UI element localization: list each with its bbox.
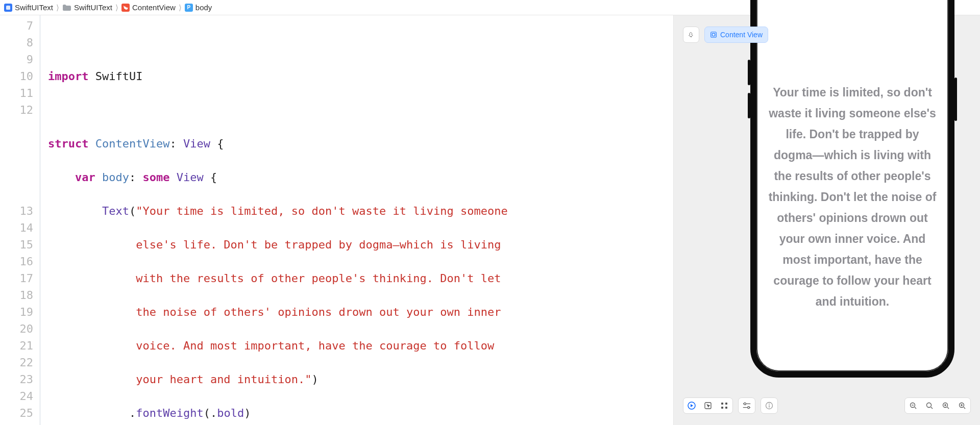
device-settings-button[interactable]	[739, 398, 755, 413]
svg-point-17	[769, 404, 770, 405]
line-number: 20	[0, 320, 33, 337]
power-button	[954, 78, 957, 121]
play-icon	[688, 402, 696, 410]
selectable-preview-button[interactable]	[700, 398, 716, 413]
svg-rect-18	[769, 405, 769, 408]
line-number: 12	[0, 102, 33, 118]
breadcrumb-group[interactable]: SwiftUIText	[62, 3, 112, 12]
zoom-fit-icon	[942, 402, 950, 410]
line-number	[0, 118, 33, 135]
preview-chip-icon	[710, 31, 717, 38]
line-number: 7	[0, 17, 33, 34]
workspace: 7 8 9 10 11 12 13 14 15 16 17 18 19 20 2…	[0, 15, 980, 425]
line-number: 26	[0, 421, 33, 425]
line-number: 11	[0, 85, 33, 102]
device-settings-group	[738, 397, 755, 414]
breadcrumb-project[interactable]: SwiftUIText	[4, 3, 53, 12]
chevron-right-icon: ⟩	[114, 3, 119, 12]
breadcrumb-project-label: SwiftUIText	[15, 3, 53, 12]
device-frame: Your time is limited, so don't waste it …	[750, 0, 954, 378]
volume-down-button	[748, 93, 750, 118]
preview-mode-group	[683, 397, 733, 414]
line-number: 17	[0, 270, 33, 287]
preview-tab-label: Content View	[720, 31, 763, 39]
inspect-group	[761, 397, 778, 414]
volume-up-button	[748, 60, 750, 85]
svg-line-23	[931, 407, 933, 409]
svg-point-22	[927, 403, 932, 408]
svg-rect-7	[725, 403, 727, 405]
line-number: 25	[0, 405, 33, 421]
zoom-in-icon	[958, 402, 966, 410]
folder-icon	[62, 4, 71, 11]
line-number: 15	[0, 236, 33, 253]
breadcrumb-symbol[interactable]: P body	[185, 3, 212, 12]
chevron-right-icon: ⟩	[178, 3, 183, 12]
preview-bottom-left-toolbar	[683, 397, 778, 414]
line-number: 10	[0, 68, 33, 85]
zoom-out-icon	[909, 402, 917, 410]
svg-rect-6	[721, 403, 723, 405]
swift-file-icon	[121, 4, 130, 12]
line-number	[0, 152, 33, 169]
zoom-in-button[interactable]	[954, 398, 970, 413]
line-number: 16	[0, 253, 33, 270]
preview-tab[interactable]: Content View	[704, 27, 768, 43]
svg-line-25	[947, 407, 949, 409]
line-number: 22	[0, 354, 33, 371]
inspect-button[interactable]	[761, 398, 777, 413]
line-number: 18	[0, 287, 33, 304]
svg-line-29	[964, 407, 965, 409]
variants-preview-button[interactable]	[716, 398, 732, 413]
svg-point-10	[744, 403, 746, 405]
preview-text: Your time is limited, so don't waste it …	[756, 60, 948, 335]
line-number	[0, 169, 33, 186]
line-number: 19	[0, 304, 33, 320]
pin-preview-button[interactable]	[683, 27, 699, 43]
line-number: 8	[0, 34, 33, 51]
zoom-fit-button[interactable]	[938, 398, 954, 413]
breadcrumb-file[interactable]: ContentView	[121, 3, 176, 12]
line-number-gutter: 7 8 9 10 11 12 13 14 15 16 17 18 19 20 2…	[0, 15, 41, 425]
line-number: 9	[0, 51, 33, 68]
code-area[interactable]: import SwiftUI struct ContentView: View …	[41, 15, 673, 425]
pin-icon	[689, 31, 694, 38]
property-icon: P	[185, 4, 193, 12]
zoom-100-icon	[925, 402, 934, 410]
preview-canvas: Content View Your time is limited, so do…	[674, 15, 980, 425]
line-number	[0, 135, 33, 152]
breadcrumb-file-label: ContentView	[132, 3, 176, 12]
svg-rect-1	[6, 6, 10, 10]
breadcrumb-symbol-label: body	[195, 3, 212, 12]
preview-zoom-toolbar	[904, 397, 971, 414]
line-number: 21	[0, 337, 33, 354]
info-icon	[765, 402, 773, 410]
line-number: 14	[0, 219, 33, 236]
svg-point-13	[748, 407, 750, 409]
chevron-right-icon: ⟩	[55, 3, 60, 12]
preview-top-bar: Content View	[683, 27, 768, 43]
sliders-icon	[742, 402, 751, 410]
svg-line-20	[915, 407, 916, 409]
line-number: 24	[0, 388, 33, 405]
svg-rect-9	[725, 407, 727, 409]
svg-rect-8	[721, 407, 723, 409]
svg-rect-2	[711, 32, 717, 38]
zoom-actual-button[interactable]	[921, 398, 938, 413]
cursor-rect-icon	[704, 402, 712, 410]
zoom-out-button[interactable]	[905, 398, 921, 413]
line-number	[0, 186, 33, 203]
line-number: 13	[0, 203, 33, 219]
grid-icon	[720, 402, 728, 410]
svg-rect-3	[712, 33, 715, 36]
breadcrumb-group-label: SwiftUIText	[74, 3, 112, 12]
line-number: 23	[0, 371, 33, 388]
live-preview-button[interactable]	[683, 398, 700, 413]
code-editor[interactable]: 7 8 9 10 11 12 13 14 15 16 17 18 19 20 2…	[0, 15, 674, 425]
app-icon	[4, 4, 12, 12]
